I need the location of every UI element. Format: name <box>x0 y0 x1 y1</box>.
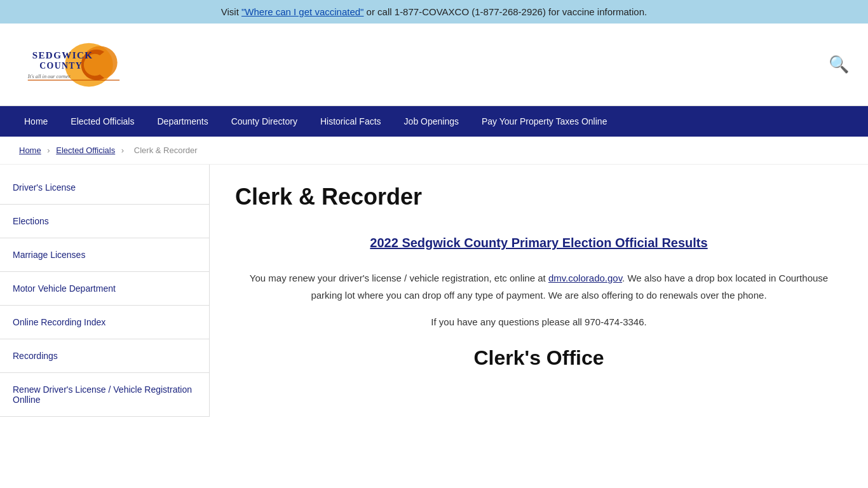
svg-text:COUNTY: COUNTY <box>39 60 83 70</box>
svg-text:SEDGWICK: SEDGWICK <box>32 50 93 60</box>
dmv-link[interactable]: dmv.colorado.gov <box>548 273 622 283</box>
sidebar-item-motor-vehicle[interactable]: Motor Vehicle Department <box>0 272 209 306</box>
info-paragraph: You may renew your driver's license / ve… <box>235 269 843 304</box>
sidebar-item-renew-license[interactable]: Renew Driver's License / Vehicle Registr… <box>0 373 209 417</box>
sidebar-item-drivers-license[interactable]: Driver's License <box>0 171 209 205</box>
sidebar-item-marriage-licenses[interactable]: Marriage Licenses <box>0 238 209 272</box>
search-icon: 🔍 <box>829 55 849 74</box>
main-content: Clerk & Recorder 2022 Sedgwick County Pr… <box>210 165 868 417</box>
page-layout: Driver's License Elections Marriage Lice… <box>0 165 868 417</box>
clerks-office-title: Clerk's Office <box>235 346 843 370</box>
question-text: If you have any questions please all 970… <box>235 316 843 327</box>
breadcrumb: Home › Elected Officials › Clerk & Recor… <box>0 137 868 165</box>
header: SEDGWICK COUNTY It's all in our corner. … <box>0 24 868 106</box>
main-nav: Home Elected Officials Departments Count… <box>0 106 868 137</box>
search-button[interactable]: 🔍 <box>829 55 849 74</box>
breadcrumb-current: Clerk & Recorder <box>134 146 198 155</box>
site-logo: SEDGWICK COUNTY It's all in our corner. <box>19 33 159 97</box>
breadcrumb-separator-2: › <box>121 146 126 155</box>
svg-text:It's all in our corner.: It's all in our corner. <box>27 73 71 79</box>
nav-item-pay-taxes[interactable]: Pay Your Property Taxes Online <box>470 106 618 137</box>
breadcrumb-separator-1: › <box>47 146 52 155</box>
election-results-link-container: 2022 Sedgwick County Primary Election Of… <box>235 236 843 250</box>
banner-text-after: or call 1-877-COVAXCO (1-877-268-2926) f… <box>363 6 647 17</box>
sidebar-item-online-recording[interactable]: Online Recording Index <box>0 306 209 339</box>
breadcrumb-elected-officials[interactable]: Elected Officials <box>56 146 115 155</box>
sidebar-item-elections[interactable]: Elections <box>0 205 209 238</box>
nav-item-home[interactable]: Home <box>13 106 59 137</box>
vaccine-link[interactable]: "Where can I get vaccinated" <box>241 6 363 17</box>
nav-item-elected-officials[interactable]: Elected Officials <box>59 106 146 137</box>
nav-item-departments[interactable]: Departments <box>146 106 219 137</box>
election-results-link[interactable]: 2022 Sedgwick County Primary Election Of… <box>370 236 707 250</box>
nav-item-historical-facts[interactable]: Historical Facts <box>309 106 393 137</box>
page-title: Clerk & Recorder <box>235 184 843 217</box>
sidebar: Driver's License Elections Marriage Lice… <box>0 165 210 417</box>
logo-area: SEDGWICK COUNTY It's all in our corner. <box>19 33 159 97</box>
nav-item-county-directory[interactable]: County Directory <box>220 106 309 137</box>
nav-item-job-openings[interactable]: Job Openings <box>393 106 470 137</box>
top-banner: Visit "Where can I get vaccinated" or ca… <box>0 0 868 24</box>
breadcrumb-home[interactable]: Home <box>19 146 41 155</box>
banner-text-before: Visit <box>221 6 241 17</box>
sidebar-item-recordings[interactable]: Recordings <box>0 339 209 373</box>
